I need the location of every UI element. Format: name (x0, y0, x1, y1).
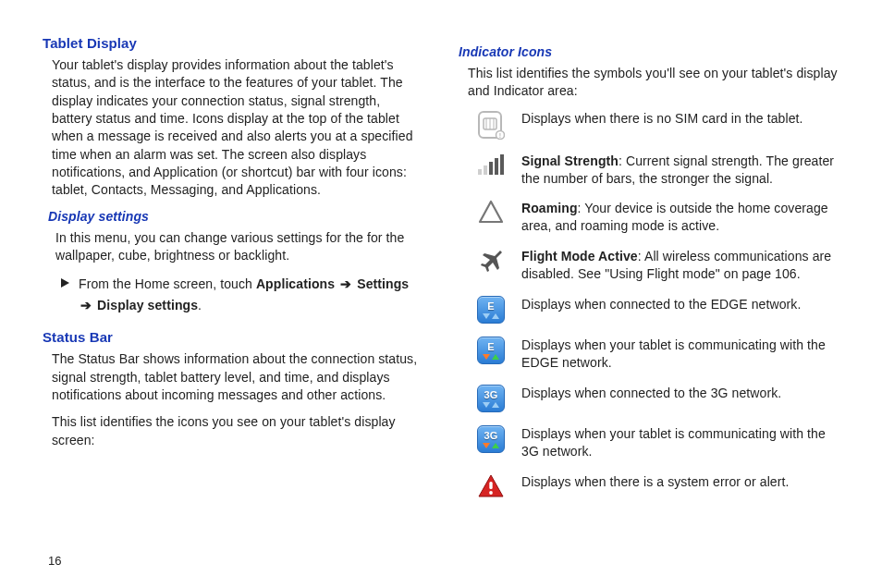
indicator-description: Roaming: Your device is outside the home… (521, 200, 839, 235)
paragraph-display-settings: In this menu, you can change various set… (43, 229, 423, 265)
signal-strength-icon (477, 153, 505, 177)
svg-rect-7 (478, 169, 482, 175)
indicator-icon-cell: E (472, 296, 510, 324)
indicator-icon-cell: E (472, 337, 510, 364)
arrow-icon: ➔ (340, 276, 351, 291)
svg-text:!: ! (499, 132, 501, 139)
paragraph-status-bar-2: This list identifies the icons you see o… (43, 413, 423, 449)
indicator-icon-cell (472, 153, 510, 180)
heading-status-bar: Status Bar (43, 329, 423, 345)
indicator-description: Displays when your tablet is communicati… (521, 425, 839, 460)
indicator-icon-cell: 3G (472, 385, 510, 412)
heading-indicator-icons: Indicator Icons (459, 44, 839, 59)
step-open-display-settings: From the Home screen, touch Applications… (43, 274, 423, 316)
indicator-description: Displays when connected to the EDGE netw… (521, 296, 839, 313)
indicator-icon-cell (472, 248, 510, 276)
no-sim-icon: ! (477, 110, 505, 140)
indicator-icon-cell (472, 473, 510, 501)
svg-rect-9 (489, 162, 493, 175)
svg-rect-14 (489, 482, 492, 489)
indicator-icon-cell (472, 200, 510, 227)
alert-icon (477, 473, 505, 499)
indicator-description: Displays when connected to the 3G networ… (521, 385, 839, 402)
svg-point-15 (489, 491, 493, 495)
indicator-icon-cell: ! (472, 110, 510, 140)
indicator-description: Displays when there is no SIM card in th… (521, 110, 839, 128)
3g-idle-icon: 3G (477, 385, 505, 412)
svg-rect-11 (500, 154, 504, 175)
svg-rect-10 (495, 158, 498, 175)
paragraph-indicator-intro: This list identifies the symbols you'll … (459, 65, 839, 101)
page-number: 16 (48, 554, 62, 568)
indicator-description: Displays when your tablet is communicati… (521, 337, 839, 372)
step-text: From the Home screen, touch Applications… (79, 274, 423, 316)
paragraph-tablet-display: Your tablet's display provides informati… (43, 56, 423, 200)
e-active-icon: E (477, 337, 505, 364)
roaming-icon (478, 200, 504, 224)
triangle-bullet-icon (61, 278, 69, 288)
3g-active-icon: 3G (477, 425, 505, 453)
e-idle-icon: E (477, 296, 505, 324)
indicator-icon-cell: 3G (472, 425, 510, 453)
indicator-description: Flight Mode Active: All wireless communi… (521, 248, 839, 283)
flight-mode-icon (478, 248, 504, 272)
svg-rect-8 (484, 165, 487, 175)
svg-marker-12 (480, 202, 502, 222)
heading-tablet-display: Tablet Display (43, 35, 423, 51)
heading-display-settings: Display settings (48, 209, 423, 224)
indicator-description: Signal Strength: Current signal strength… (521, 153, 839, 188)
indicator-description: Displays when there is a system error or… (521, 473, 839, 491)
paragraph-status-bar-1: The Status Bar shows information about t… (43, 350, 423, 404)
arrow-icon: ➔ (80, 298, 92, 312)
